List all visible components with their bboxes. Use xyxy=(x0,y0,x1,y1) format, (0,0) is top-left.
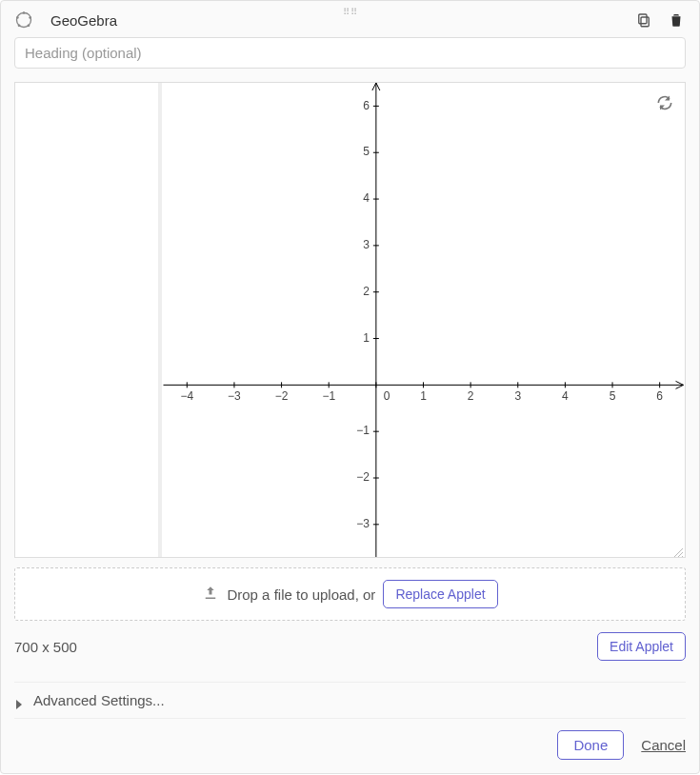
svg-text:4: 4 xyxy=(562,389,569,403)
copy-icon[interactable] xyxy=(634,10,653,30)
svg-point-0 xyxy=(23,11,26,14)
svg-point-2 xyxy=(18,25,21,28)
svg-text:5: 5 xyxy=(363,145,370,158)
coordinate-axes: −4−3−2−10123456−3−2−1123456 xyxy=(162,83,685,557)
svg-text:−4: −4 xyxy=(180,389,193,403)
svg-text:−2: −2 xyxy=(356,470,370,484)
svg-text:1: 1 xyxy=(420,389,427,403)
chevron-right-icon xyxy=(14,696,24,705)
svg-text:6: 6 xyxy=(363,99,370,112)
footer-actions: Done Cancel xyxy=(14,719,686,760)
upload-icon xyxy=(202,585,219,605)
geogebra-editor-panel: ⠿⠿ GeoGebra −4−3−2−10123456−3−2−1123456 xyxy=(0,0,700,774)
svg-text:3: 3 xyxy=(363,238,370,251)
advanced-settings-label: Advanced Settings... xyxy=(33,692,165,708)
svg-point-4 xyxy=(29,16,31,19)
panel-body: −4−3−2−10123456−3−2−1123456 Drop a file … xyxy=(1,37,699,773)
svg-text:−1: −1 xyxy=(322,389,335,403)
resize-handle-icon[interactable] xyxy=(673,546,683,555)
svg-text:−2: −2 xyxy=(275,389,289,403)
header-actions xyxy=(634,10,686,30)
svg-point-1 xyxy=(16,16,19,19)
svg-text:5: 5 xyxy=(610,389,616,403)
refresh-icon[interactable] xyxy=(654,92,675,113)
replace-applet-button[interactable]: Replace Applet xyxy=(383,580,497,608)
advanced-settings-toggle[interactable]: Advanced Settings... xyxy=(14,682,686,719)
geogebra-logo-icon xyxy=(14,10,33,30)
edit-applet-button[interactable]: Edit Applet xyxy=(597,632,686,661)
graph-view[interactable]: −4−3−2−10123456−3−2−1123456 xyxy=(162,83,685,557)
upload-dropzone[interactable]: Drop a file to upload, or Replace Applet xyxy=(14,567,686,621)
svg-text:4: 4 xyxy=(363,191,370,205)
applet-canvas[interactable]: −4−3−2−10123456−3−2−1123456 xyxy=(14,82,686,558)
svg-text:2: 2 xyxy=(363,285,370,298)
upload-prompt: Drop a file to upload, or xyxy=(227,586,375,603)
svg-text:1: 1 xyxy=(363,331,370,345)
svg-text:2: 2 xyxy=(468,389,474,403)
dimensions-text: 700 x 500 xyxy=(14,639,77,655)
svg-point-3 xyxy=(28,25,30,28)
cancel-link[interactable]: Cancel xyxy=(641,737,686,753)
dimensions-row: 700 x 500 Edit Applet xyxy=(14,632,686,661)
svg-rect-5 xyxy=(641,17,649,27)
svg-text:6: 6 xyxy=(656,389,663,403)
heading-input[interactable] xyxy=(14,37,686,69)
svg-text:−3: −3 xyxy=(356,517,370,530)
algebra-side-panel[interactable] xyxy=(15,83,162,557)
svg-text:−1: −1 xyxy=(356,424,370,437)
svg-text:−3: −3 xyxy=(228,389,241,403)
trash-icon[interactable] xyxy=(667,10,686,30)
svg-rect-6 xyxy=(639,14,647,24)
svg-text:0: 0 xyxy=(384,389,390,403)
svg-text:3: 3 xyxy=(514,389,521,403)
done-button[interactable]: Done xyxy=(557,730,624,760)
drag-handle-icon[interactable]: ⠿⠿ xyxy=(343,7,358,17)
panel-header: ⠿⠿ GeoGebra xyxy=(1,1,699,37)
